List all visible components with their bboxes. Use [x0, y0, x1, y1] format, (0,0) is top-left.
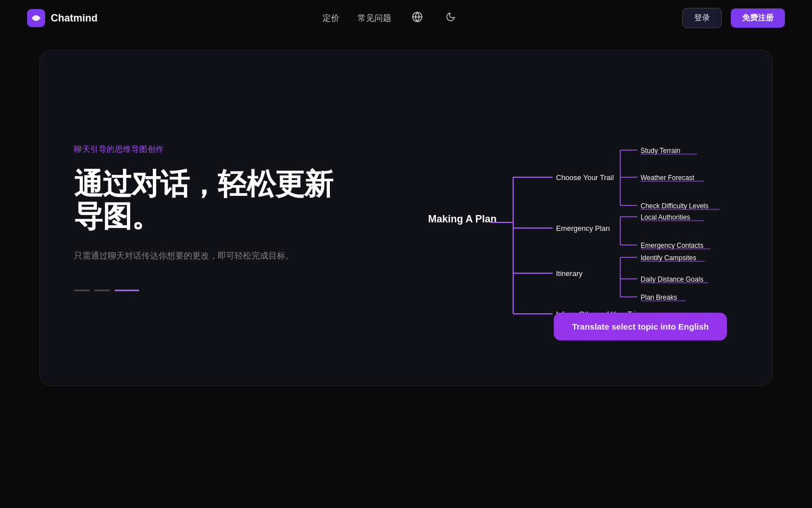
- node-emergency-contacts: Emergency Contacts: [641, 242, 703, 249]
- mind-map-area: Making A Plan Choose Your Trail Study Te…: [367, 84, 738, 352]
- navbar: Chatmind 定价 常见问题 登录 免费注册: [0, 0, 812, 36]
- main-container: 聊天引导的思维导图创作 通过对话，轻松更新导图。 只需通过聊天对话传达你想要的更…: [0, 36, 812, 400]
- logo-area[interactable]: Chatmind: [27, 9, 98, 27]
- slide-dots: [74, 290, 345, 291]
- hero-subtitle: 聊天引导的思维导图创作: [74, 144, 345, 155]
- node-local-authorities: Local Authorities: [641, 213, 690, 221]
- logo-icon: [27, 9, 45, 27]
- node-plan-breaks: Plan Breaks: [641, 294, 677, 301]
- logo-text: Chatmind: [51, 12, 98, 24]
- globe-icon[interactable]: [409, 9, 425, 28]
- nav-actions: 登录 免费注册: [682, 8, 785, 28]
- left-content: 聊天引导的思维导图创作 通过对话，轻松更新导图。 只需通过聊天对话传达你想要的更…: [74, 144, 367, 292]
- login-button[interactable]: 登录: [682, 8, 722, 28]
- register-button[interactable]: 免费注册: [731, 8, 785, 28]
- hero-description: 只需通过聊天对话传达你想要的更改，即可轻松完成目标。: [74, 248, 345, 263]
- node-check-difficulty: Check Difficulty Levels: [641, 202, 709, 210]
- branch-itinerary: Itinerary: [556, 269, 582, 278]
- dot-1[interactable]: [74, 290, 90, 291]
- nav-pricing[interactable]: 定价: [323, 13, 339, 24]
- dot-2[interactable]: [94, 290, 110, 291]
- node-identify-campsites: Identify Campsites: [641, 254, 696, 262]
- node-daily-distance: Daily Distance Goals: [641, 275, 703, 283]
- branch-choose-trail: Choose Your Trail: [556, 173, 614, 182]
- translate-button[interactable]: Translate select topic into English: [554, 313, 727, 340]
- dot-3[interactable]: [114, 290, 139, 291]
- moon-icon[interactable]: [443, 10, 458, 27]
- nav-faq[interactable]: 常见问题: [358, 13, 391, 24]
- node-study-terrain: Study Terrain: [641, 147, 680, 155]
- node-weather-forecast: Weather Forecast: [641, 174, 695, 182]
- center-node: Making A Plan: [428, 213, 497, 225]
- branch-emergency-plan: Emergency Plan: [556, 224, 610, 233]
- demo-card: 聊天引导的思维导图创作 通过对话，轻松更新导图。 只需通过聊天对话传达你想要的更…: [39, 50, 773, 386]
- hero-title: 通过对话，轻松更新导图。: [74, 168, 345, 233]
- nav-links: 定价 常见问题: [323, 9, 458, 28]
